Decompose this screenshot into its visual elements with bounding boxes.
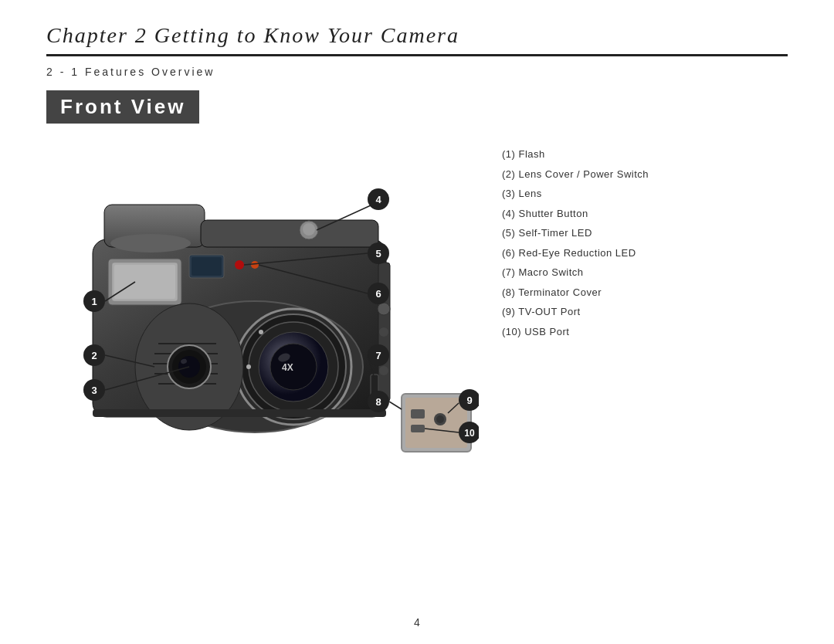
svg-text:7: 7 bbox=[375, 350, 381, 361]
svg-point-9 bbox=[235, 260, 244, 269]
front-view-banner: Front View bbox=[46, 90, 199, 124]
svg-rect-6 bbox=[114, 265, 175, 299]
label-item-9: (9) TV-OUT Port bbox=[502, 304, 788, 320]
svg-text:5: 5 bbox=[375, 248, 381, 259]
svg-point-34 bbox=[378, 303, 390, 315]
svg-rect-2 bbox=[201, 220, 378, 247]
svg-line-68 bbox=[389, 402, 402, 409]
svg-text:1: 1 bbox=[91, 296, 97, 307]
svg-text:8: 8 bbox=[375, 396, 381, 408]
svg-text:2: 2 bbox=[91, 350, 97, 361]
svg-point-12 bbox=[303, 223, 315, 236]
label-item-6: (6) Red-Eye Reduction LED bbox=[502, 246, 788, 261]
label-item-7: (7) Macro Switch bbox=[502, 265, 788, 280]
camera-illustration: 4X bbox=[46, 139, 479, 463]
svg-rect-37 bbox=[93, 409, 386, 417]
label-item-10: (10) USB Port bbox=[502, 324, 788, 340]
svg-point-18 bbox=[270, 344, 317, 390]
label-item-4: (4) Shutter Button bbox=[502, 206, 788, 222]
svg-rect-41 bbox=[411, 409, 425, 419]
label-item-2: (2) Lens Cover / Power Switch bbox=[502, 167, 788, 182]
svg-point-10 bbox=[251, 261, 259, 269]
chapter-title: Chapter 2 Getting to Know Your Camera bbox=[46, 23, 788, 48]
svg-text:10: 10 bbox=[464, 428, 475, 439]
content-area: 4X bbox=[46, 139, 788, 463]
svg-text:9: 9 bbox=[466, 395, 472, 406]
svg-rect-8 bbox=[192, 257, 222, 276]
label-item-3: (3) Lens bbox=[502, 186, 788, 202]
svg-point-35 bbox=[379, 327, 388, 337]
svg-text:6: 6 bbox=[375, 288, 381, 300]
label-item-8: (8) Terminator Cover bbox=[502, 285, 788, 300]
labels-section: (1) Flash (2) Lens Cover / Power Switch … bbox=[479, 139, 788, 344]
svg-point-22 bbox=[246, 364, 251, 369]
svg-point-43 bbox=[436, 415, 444, 423]
section-title: 2 - 1 Features Overview bbox=[46, 66, 788, 78]
svg-text:4X: 4X bbox=[282, 362, 293, 373]
svg-point-36 bbox=[379, 366, 388, 375]
label-item-1: (1) Flash bbox=[502, 147, 788, 162]
svg-text:3: 3 bbox=[91, 385, 97, 396]
label-item-5: (5) Self-Timer LED bbox=[502, 225, 788, 241]
svg-text:4: 4 bbox=[375, 194, 381, 205]
camera-section: 4X bbox=[46, 139, 479, 463]
page-number: 4 bbox=[414, 616, 420, 629]
svg-point-21 bbox=[259, 330, 263, 334]
chapter-divider bbox=[46, 54, 788, 56]
svg-point-3 bbox=[110, 234, 191, 253]
page-container: Chapter 2 Getting to Know Your Camera 2 … bbox=[0, 0, 834, 644]
svg-rect-44 bbox=[411, 425, 425, 432]
